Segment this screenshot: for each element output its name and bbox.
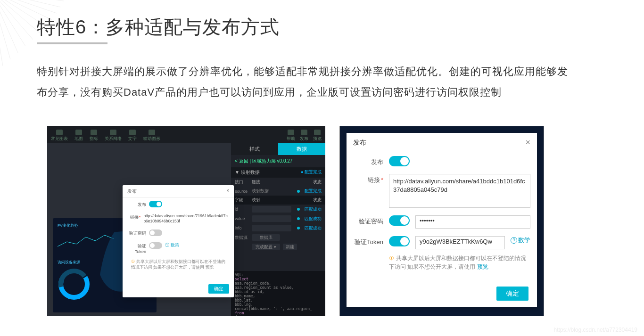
toolbar-item-aux[interactable]: 辅助图形 xyxy=(143,130,160,142)
toolbar-label: 文字 xyxy=(128,136,137,142)
help-link[interactable]: ?数学 xyxy=(511,236,530,245)
close-icon[interactable]: × xyxy=(226,188,229,195)
data-row: source映射数据配置完成 xyxy=(231,187,325,196)
body-paragraph: 特别针对拼接大屏端的展示做了分辨率优化，能够适配非常规拼接分辨率做适配优化。创建… xyxy=(37,61,570,103)
watermark: https://blog.csdn.net/a772304419 xyxy=(554,327,637,333)
ok-button[interactable]: 确定 xyxy=(496,287,528,301)
sql-label: SQL: xyxy=(235,273,322,277)
section-status: ● 配置完成 xyxy=(301,169,322,176)
share-hint: ①共享大屏以后大屏和数据接口都可以在不登陆的情况下访问 如果不想公开大屏，请使用… xyxy=(123,257,234,270)
grid-row: id匹配成功 xyxy=(231,205,325,214)
svg-line-2 xyxy=(0,0,60,7)
dialog-title: 发布 xyxy=(127,188,137,195)
toolbar-item-metric[interactable]: 指标 xyxy=(90,130,98,142)
toolbar-item-map[interactable]: 地图 xyxy=(74,130,83,142)
policy-link[interactable]: ① 数策 xyxy=(165,242,179,248)
toolbar-item-network[interactable]: 关系网络 xyxy=(105,130,122,142)
question-icon: ? xyxy=(511,237,517,244)
grid-header: 字段映射状态 xyxy=(231,196,325,205)
breadcrumb[interactable]: < 返回 | 区域热力层 v0.0.27 xyxy=(231,155,325,167)
header-row: 接口链接状态 xyxy=(231,178,325,187)
share-link[interactable]: http://datav.aliyun.com/share/71961b9ade… xyxy=(143,213,229,224)
password-toggle[interactable] xyxy=(389,215,410,226)
section-mapping[interactable]: ▼ 映射数据 ● 配置完成 xyxy=(231,167,325,178)
section-title: ▼ 映射数据 xyxy=(235,169,260,176)
toolbar-label: 关系网络 xyxy=(105,136,122,142)
tab-data[interactable]: 数据 xyxy=(278,143,325,155)
ok-button[interactable]: 确定 xyxy=(208,284,229,294)
editor-toolbar: 常见图表 地图 指标 关系网络 文字 辅助图形 帮助 发布 预览 xyxy=(47,126,325,143)
toolbar-item-charts[interactable]: 常见图表 xyxy=(51,130,68,142)
publish-label: 发布 xyxy=(127,201,146,208)
token-label: 验证Token xyxy=(353,236,383,246)
dialog-title: 发布 xyxy=(353,139,366,147)
share-link-box[interactable]: http://datav.aliyun.com/share/a41bddc1b1… xyxy=(389,174,530,208)
svg-text:PV变化趋势: PV变化趋势 xyxy=(58,223,78,228)
toolbar-preview[interactable]: 预览 xyxy=(313,130,322,142)
toolbar-label: 帮助 xyxy=(287,136,295,142)
sql-editor[interactable]: SQL: select aaa.region_code, aaa.region_… xyxy=(231,271,325,316)
datasource-row: 数据源数据库 xyxy=(231,233,325,242)
publish-toggle[interactable] xyxy=(149,201,162,207)
toolbar-help[interactable]: 帮助 xyxy=(287,130,295,142)
toolbar-label: 预览 xyxy=(313,136,322,142)
svg-line-10 xyxy=(0,0,10,59)
password-field[interactable]: ••••••• xyxy=(415,215,530,229)
grid-row: value匹配成功 xyxy=(231,214,325,223)
toolbar-label: 地图 xyxy=(74,136,83,142)
toolbar-label: 辅助图形 xyxy=(143,136,160,142)
preview-link[interactable]: 预览 xyxy=(477,263,488,270)
publish-dialog-screenshot: 发布 × 发布 链接 http://datav.aliyun.com/share… xyxy=(339,126,544,316)
toolbar-label: 发布 xyxy=(300,136,308,142)
password-toggle[interactable] xyxy=(149,229,162,236)
svg-line-8 xyxy=(0,0,25,46)
token-label: 验证Token xyxy=(127,242,146,254)
link-label: 链接 xyxy=(353,174,383,184)
toolbar-label: 常见图表 xyxy=(51,136,68,142)
publish-toggle[interactable] xyxy=(389,156,410,166)
token-toggle[interactable] xyxy=(389,236,410,246)
token-toggle[interactable] xyxy=(149,242,162,249)
toolbar-item-text[interactable]: 文字 xyxy=(128,130,137,142)
page-title: 特性6：多种适配与发布方式 xyxy=(37,14,280,40)
publish-dialog-large: 发布 × 发布 链接 http://datav.aliyun.com/share… xyxy=(347,133,537,307)
svg-line-11 xyxy=(0,0,3,66)
svg-line-7 xyxy=(0,0,33,40)
toolbar-publish[interactable]: 发布 xyxy=(300,130,308,142)
link-label: 链接 xyxy=(127,213,140,221)
close-icon[interactable]: × xyxy=(525,138,530,148)
svg-line-9 xyxy=(0,0,18,53)
svg-line-6 xyxy=(0,0,40,33)
publish-label: 发布 xyxy=(353,156,383,166)
grid-row: info匹配成功 xyxy=(231,223,325,233)
password-label: 验证密码 xyxy=(353,215,383,226)
share-hint: ①共享大屏以后大屏和数据接口都可以在不登陆的情况下访问 如果不想公开大屏，请使用… xyxy=(347,253,537,271)
token-field[interactable]: y9o2gW3BkEZTTkKw6Qw xyxy=(415,236,505,249)
tab-style[interactable]: 样式 xyxy=(231,143,278,155)
toolbar-label: 指标 xyxy=(90,136,98,142)
svg-text:访问设备来源: 访问设备来源 xyxy=(58,260,80,264)
title-underline xyxy=(37,42,107,44)
publish-dialog-small: 发布 × 发布 链接 http://datav.aliyun.com/share… xyxy=(123,185,234,297)
warning-icon: ① xyxy=(389,255,394,262)
warning-icon: ① xyxy=(131,259,135,264)
password-label: 验证密码 xyxy=(127,229,146,237)
svg-line-1 xyxy=(0,0,64,1)
properties-panel: 样式 数据 < 返回 | 区域热力层 v0.0.27 ▼ 映射数据 ● 配置完成… xyxy=(231,143,325,316)
datasource-select-row: 完成配置 ▾新建 xyxy=(231,242,325,252)
editor-screenshot: 常见图表 地图 指标 关系网络 文字 辅助图形 帮助 发布 预览 PV变化趋势 … xyxy=(47,126,325,316)
